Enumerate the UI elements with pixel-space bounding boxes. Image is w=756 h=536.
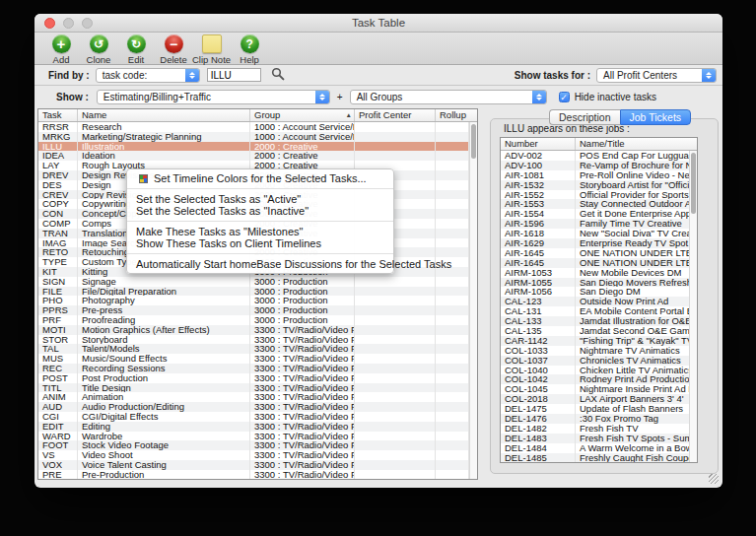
table-row[interactable]: IDEAIdeation2000 : Creative [38, 151, 469, 161]
job-row[interactable]: ADV-100Re-Vamp of Brochure for New Tr... [501, 161, 689, 170]
minimize-button[interactable] [63, 18, 74, 29]
job-row[interactable]: COL-1045Nightmare Inside Print Ad Produc… [501, 384, 689, 394]
job-row[interactable]: AIR-1552Official Provider for Sports Fan… [501, 190, 689, 200]
job-row[interactable]: DEL-1482Fresh Fish TV [501, 424, 689, 434]
table-row[interactable]: STORStoryboard3300 : TV/Radio/Video Pro.… [38, 335, 469, 345]
column-header-number[interactable]: Number [501, 138, 576, 150]
table-row[interactable]: EDITEditing3300 : TV/Radio/Video Pro... [38, 422, 469, 432]
table-row[interactable]: VOXVoice Talent Casting3300 : TV/Radio/V… [38, 460, 469, 470]
job-row[interactable]: AIR-1554Get it Done Enterprise App Offer [501, 209, 689, 219]
column-header-group[interactable]: Group▲ [250, 109, 355, 121]
table-row[interactable]: MRKGMarketing/Strategic Planning1000 : A… [38, 132, 469, 142]
group-filter-select[interactable]: All Groups [350, 90, 547, 104]
profit-center-select[interactable]: All Profit Centers [596, 68, 717, 83]
job-title-cell: Update of Flash Banners [576, 404, 689, 414]
table-row[interactable]: AUDAudio Production/Editing3300 : TV/Rad… [38, 402, 469, 412]
hide-inactive-checkbox[interactable]: ✓ [559, 92, 570, 102]
column-header-profit-center[interactable]: Profit Center [355, 109, 436, 121]
delete-button[interactable]: −Delete [155, 34, 192, 65]
table-row[interactable]: FILEFile/Digital Preparation3000 : Produ… [38, 287, 469, 297]
job-row[interactable]: DEL-1476:30 Fox Promo Tag [501, 414, 689, 424]
zoom-button[interactable] [82, 18, 93, 29]
job-number-cell: AIRM-1056 [501, 287, 576, 297]
task-code-cell: DREV [38, 170, 78, 180]
task-name-cell: Marketing/Strategic Planning [78, 132, 250, 142]
table-row[interactable]: WARDWardrobe3300 : TV/Radio/Video Pro... [38, 432, 469, 441]
table-row[interactable]: POSTPost Production3300 : TV/Radio/Video… [38, 373, 469, 383]
table-row[interactable]: TALTalent/Models3300 : TV/Radio/Video Pr… [38, 344, 469, 354]
job-row[interactable]: CAL-131EA Mobile Content Portal Branding [501, 306, 689, 316]
job-row[interactable]: COL-1040Chicken Little TV Animatics [501, 366, 689, 375]
job-row[interactable]: CAR-1142"Fishing Trip" & "Kayak" TV Spot… [501, 336, 689, 346]
menu-item[interactable]: Set the Selected Tasks as "Active" [127, 193, 393, 206]
scrollbar-thumb[interactable] [471, 124, 476, 159]
table-row[interactable]: CGICGI/Digital Effects3300 : TV/Radio/Vi… [38, 412, 469, 422]
column-header-rollup[interactable]: Rollup [436, 109, 477, 121]
clip-note-button[interactable]: Clip Note [192, 34, 231, 65]
job-row[interactable]: DEL-1483Fresh Fish TV Spots - Summer Re.… [501, 434, 689, 443]
menu-item[interactable]: Set the Selected Tasks as "Inactive" [127, 205, 393, 218]
table-row[interactable]: TITLTitle Design3300 : TV/Radio/Video Pr… [38, 383, 469, 393]
job-row[interactable]: AIRM-1055San Diego Movers Refresh [501, 278, 689, 288]
menu-item[interactable]: Show These Tasks on Client Timelines [127, 237, 393, 250]
menu-item[interactable]: Make These Tasks as "Milestones" [127, 226, 393, 238]
job-row[interactable]: AIR-1629Enterprise Ready TV Spot [501, 238, 689, 248]
task-table-scrollbar[interactable] [469, 122, 477, 479]
table-row[interactable]: RRSRResearch1000 : Account Service/Plan.… [38, 122, 469, 132]
table-row[interactable]: PREPre-Production3300 : TV/Radio/Video P… [38, 470, 469, 480]
toolbar-button-label: Clip Note [192, 54, 231, 65]
job-row[interactable]: AIR-1081Pre-Roll Online Video - New Ca..… [501, 170, 689, 180]
job-row[interactable]: AIR-1532Storyboard Artist for "Official … [501, 180, 689, 190]
job-row[interactable]: COL-1033Nightmare TV Animatics [501, 346, 689, 356]
clone-button[interactable]: ↺Clone [80, 34, 117, 65]
tab-description[interactable]: Description [549, 109, 620, 125]
add-button[interactable]: +Add [42, 34, 80, 65]
job-row[interactable]: COL-1037Chronicles TV Animatics [501, 356, 689, 366]
tab-job-tickets[interactable]: Job Tickets [620, 109, 692, 125]
menu-item[interactable]: Automatically Start homeBase Discussions… [127, 258, 393, 271]
table-row[interactable]: PPRSPre-press3000 : Production [38, 305, 469, 315]
menu-item[interactable]: Set Timeline Colors for the Selected Tas… [127, 172, 393, 185]
task-code-cell: MUS [38, 354, 78, 364]
job-row[interactable]: AIR-1553Stay Connected Outdoor Ad [501, 199, 689, 209]
edit-button[interactable]: ↻Edit [117, 34, 155, 65]
column-header-name-title[interactable]: Name/Title [576, 138, 697, 150]
job-row[interactable]: AIR-1618New "Social Diva" TV Creative [501, 229, 689, 238]
search-icon[interactable] [271, 67, 285, 83]
job-row[interactable]: AIRM-1053New Mobile Devices DM [501, 268, 689, 278]
search-input[interactable] [207, 68, 261, 82]
table-row[interactable]: PHOPhotography3000 : Production [38, 296, 469, 305]
column-header-task[interactable]: Task [38, 109, 78, 121]
table-row[interactable]: MUSMusic/Sound Effects3300 : TV/Radio/Vi… [38, 354, 469, 364]
job-row[interactable]: AIR-1645ONE NATION UNDER LTE Rebran... [501, 258, 689, 268]
close-button[interactable] [44, 18, 55, 29]
table-row[interactable]: ILLUIllustration2000 : Creative [38, 142, 469, 152]
column-header-name[interactable]: Name [78, 109, 250, 121]
job-row[interactable]: DEL-1475Update of Flash Banners [501, 404, 689, 414]
rollup-cell [436, 247, 469, 257]
help-button[interactable]: ?Help [231, 34, 268, 65]
table-row[interactable]: VSVideo Shoot3300 : TV/Radio/Video Pro..… [38, 450, 469, 460]
billing-filter-select[interactable]: Estimating/Billing+Traffic [97, 90, 330, 104]
table-row[interactable]: RECRecording Sessions3300 : TV/Radio/Vid… [38, 364, 469, 373]
job-row[interactable]: COL-1042Rodney Print Ad Production [501, 374, 689, 384]
job-row[interactable]: CAL-135Jamdat Second O&E Game Guide [501, 326, 689, 336]
scrollbar-thumb[interactable] [691, 153, 696, 214]
job-row[interactable]: ADV-002POS End Cap For Lugguage Outle... [501, 151, 689, 161]
job-row[interactable]: CAL-123Outside Now Print Ad [501, 297, 689, 306]
job-row[interactable]: CAL-133Jamdat Illustration for O&E Banne… [501, 316, 689, 326]
table-row[interactable]: MOTIMotion Graphics (After Effects)3300 … [38, 325, 469, 335]
table-row[interactable]: FOOTStock Video Footage3300 : TV/Radio/V… [38, 440, 469, 450]
job-row[interactable]: AIR-1596Family Time TV Creative [501, 219, 689, 229]
job-row[interactable]: COL-2018LAX Airport Banners 3' 4' [501, 394, 689, 404]
find-field-select[interactable]: task code: [96, 68, 200, 83]
table-row[interactable]: SIGNSignage3000 : Production [38, 277, 469, 287]
job-row[interactable]: DEL-1484A Warm Welcome in a Bowl [501, 443, 689, 453]
table-row[interactable]: ANIMAnimation3300 : TV/Radio/Video Pro..… [38, 392, 469, 402]
table-row[interactable]: PRFProofreading3000 : Production [38, 315, 469, 325]
jobs-scrollbar[interactable] [689, 151, 697, 462]
job-row[interactable]: DEL-1485Freshly Caught Fish Coupon Maile… [501, 453, 689, 462]
job-row[interactable]: AIR-1645ONE NATION UNDER LTE Rebran... [501, 248, 689, 258]
resize-grip-icon[interactable] [709, 474, 719, 484]
job-row[interactable]: AIRM-1056San Diego DM [501, 287, 689, 297]
